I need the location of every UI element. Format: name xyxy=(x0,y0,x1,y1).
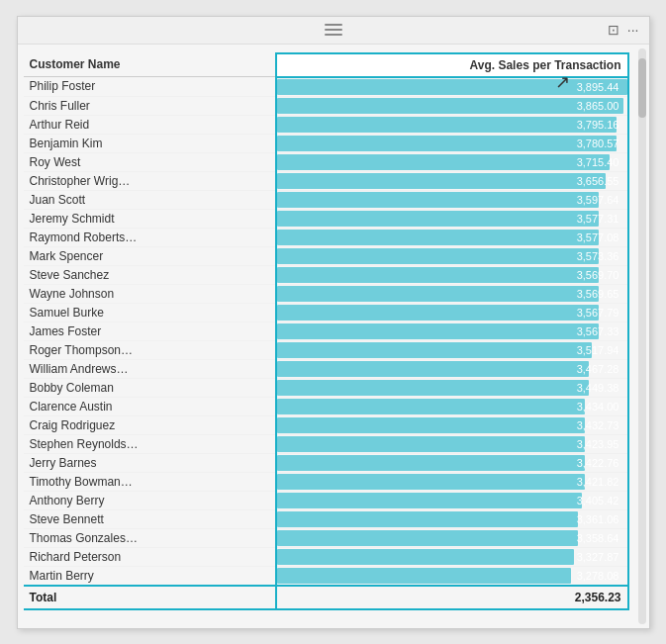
table-row: Roger Thompson…3,517.94 xyxy=(24,340,628,359)
cell-customer-name: Raymond Roberts… xyxy=(24,228,277,246)
data-table: Customer Name Avg. Sales per Transaction… xyxy=(24,52,629,610)
table-row: Jeremy Schmidt3,577.31 xyxy=(24,209,628,228)
table-row: Roy West3,715.40 xyxy=(24,152,628,171)
table-container: Customer Name Avg. Sales per Transaction… xyxy=(18,45,635,628)
cell-customer-name: Samuel Burke xyxy=(24,303,277,322)
menu-icon[interactable] xyxy=(325,24,342,36)
table-row: Mark Spencer3,573.36 xyxy=(24,246,628,265)
table-row: Christopher Wrig…3,656.55 xyxy=(24,171,628,190)
table-row: Steve Sanchez3,569.70 xyxy=(24,265,628,284)
table-row: Wayne Johnson3,569.65 xyxy=(24,284,628,303)
cell-avg-sales: 3,421.82 xyxy=(276,472,628,491)
cell-customer-name: Anthony Berry xyxy=(24,491,277,509)
cell-avg-sales: 3,278.08 xyxy=(276,566,628,586)
table-row: Thomas Gonzales…3,358.64 xyxy=(24,528,628,547)
table-row: Juan Scott3,597.64 xyxy=(24,190,628,209)
cell-avg-sales: 3,795.16 xyxy=(276,115,628,134)
cell-customer-name: Arthur Reid xyxy=(24,115,277,134)
scrollbar-thumb[interactable] xyxy=(638,58,646,118)
cell-avg-sales: 3,715.40 xyxy=(276,152,628,171)
cell-avg-sales: 3,656.55 xyxy=(276,171,628,190)
cell-avg-sales: 3,597.64 xyxy=(276,190,628,209)
table-row: Stephen Reynolds…3,423.95 xyxy=(24,434,628,453)
table-row: Chris Fuller3,865.00 xyxy=(24,96,628,115)
table-row: Steve Bennett3,361.06 xyxy=(24,509,628,528)
cell-customer-name: Stephen Reynolds… xyxy=(24,434,277,453)
cell-avg-sales: 3,361.06 xyxy=(276,509,628,528)
cell-customer-name: Craig Rodriguez xyxy=(24,415,277,434)
table-row: Benjamin Kim3,780.57 xyxy=(24,134,628,152)
table-row: Jerry Barnes3,422.76 xyxy=(24,453,628,472)
table-row: Timothy Bowman…3,421.82 xyxy=(24,472,628,491)
scrollbar-track[interactable] xyxy=(638,48,646,624)
cell-customer-name: Steve Bennett xyxy=(24,509,277,528)
footer-label: Total xyxy=(24,586,277,609)
cell-avg-sales: 3,577.08 xyxy=(276,228,628,246)
cell-avg-sales: 3,573.36 xyxy=(276,246,628,265)
cell-avg-sales: 3,577.31 xyxy=(276,209,628,228)
cell-customer-name: Timothy Bowman… xyxy=(24,472,277,491)
cell-customer-name: Clarence Austin xyxy=(24,397,277,415)
cell-customer-name: Martin Berry xyxy=(24,566,277,586)
cell-customer-name: Bobby Coleman xyxy=(24,378,277,397)
cell-avg-sales: 3,567.79 xyxy=(276,303,628,322)
table-row: William Andrews…3,467.28 xyxy=(24,359,628,378)
cell-avg-sales: 3,780.57 xyxy=(276,134,628,152)
cell-customer-name: Steve Sanchez xyxy=(24,265,277,284)
cell-avg-sales: 3,895.44 xyxy=(276,77,628,97)
cell-avg-sales: 3,567.33 xyxy=(276,322,628,340)
main-container: ⊡ ··· Customer Name Avg. Sales per Trans… xyxy=(17,16,650,629)
top-bar: ⊡ ··· xyxy=(18,17,649,45)
cell-customer-name: Jerry Barnes xyxy=(24,453,277,472)
cell-avg-sales: 3,865.00 xyxy=(276,96,628,115)
table-row: Martin Berry3,278.08 xyxy=(24,566,628,586)
cell-customer-name: Chris Fuller xyxy=(24,96,277,115)
table-row: Raymond Roberts…3,577.08 xyxy=(24,228,628,246)
table-row: James Foster3,567.33 xyxy=(24,322,628,340)
cell-customer-name: Richard Peterson xyxy=(24,547,277,566)
table-row: Philip Foster3,895.44 xyxy=(24,77,628,97)
table-row: Bobby Coleman3,449.38 xyxy=(24,378,628,397)
cell-customer-name: Juan Scott xyxy=(24,190,277,209)
table-row: Anthony Berry3,405.42 xyxy=(24,491,628,509)
cell-avg-sales: 3,434.00 xyxy=(276,397,628,415)
cell-avg-sales: 3,517.94 xyxy=(276,340,628,359)
cell-customer-name: Benjamin Kim xyxy=(24,134,277,152)
table-row: Clarence Austin3,434.00 xyxy=(24,397,628,415)
cell-customer-name: Roy West xyxy=(24,152,277,171)
cell-avg-sales: 3,569.65 xyxy=(276,284,628,303)
cell-avg-sales: 3,327.87 xyxy=(276,547,628,566)
col-value-header: Avg. Sales per Transaction xyxy=(276,53,628,77)
cell-customer-name: William Andrews… xyxy=(24,359,277,378)
cell-avg-sales: 3,358.64 xyxy=(276,528,628,547)
cell-avg-sales: 3,423.95 xyxy=(276,434,628,453)
cell-customer-name: Wayne Johnson xyxy=(24,284,277,303)
cell-avg-sales: 3,467.28 xyxy=(276,359,628,378)
cell-avg-sales: 3,405.42 xyxy=(276,491,628,509)
content-area: Customer Name Avg. Sales per Transaction… xyxy=(18,45,649,628)
table-row: Arthur Reid3,795.16 xyxy=(24,115,628,134)
cell-avg-sales: 3,449.38 xyxy=(276,378,628,397)
cell-customer-name: James Foster xyxy=(24,322,277,340)
col-name-header: Customer Name xyxy=(24,53,277,77)
cell-avg-sales: 3,432.73 xyxy=(276,415,628,434)
top-bar-icons: ⊡ ··· xyxy=(608,22,639,38)
scrollbar-area xyxy=(635,45,649,628)
table-row: Samuel Burke3,567.79 xyxy=(24,303,628,322)
cell-customer-name: Christopher Wrig… xyxy=(24,171,277,190)
cell-customer-name: Mark Spencer xyxy=(24,246,277,265)
cell-avg-sales: 3,569.70 xyxy=(276,265,628,284)
expand-icon[interactable]: ⊡ xyxy=(608,22,619,38)
more-icon[interactable]: ··· xyxy=(627,22,639,38)
cell-customer-name: Philip Foster xyxy=(24,77,277,97)
table-row: Craig Rodriguez3,432.73 xyxy=(24,415,628,434)
cell-customer-name: Jeremy Schmidt xyxy=(24,209,277,228)
cell-customer-name: Thomas Gonzales… xyxy=(24,528,277,547)
cell-avg-sales: 3,422.76 xyxy=(276,453,628,472)
footer-value: 2,356.23 xyxy=(276,586,628,609)
table-row: Richard Peterson3,327.87 xyxy=(24,547,628,566)
cell-customer-name: Roger Thompson… xyxy=(24,340,277,359)
